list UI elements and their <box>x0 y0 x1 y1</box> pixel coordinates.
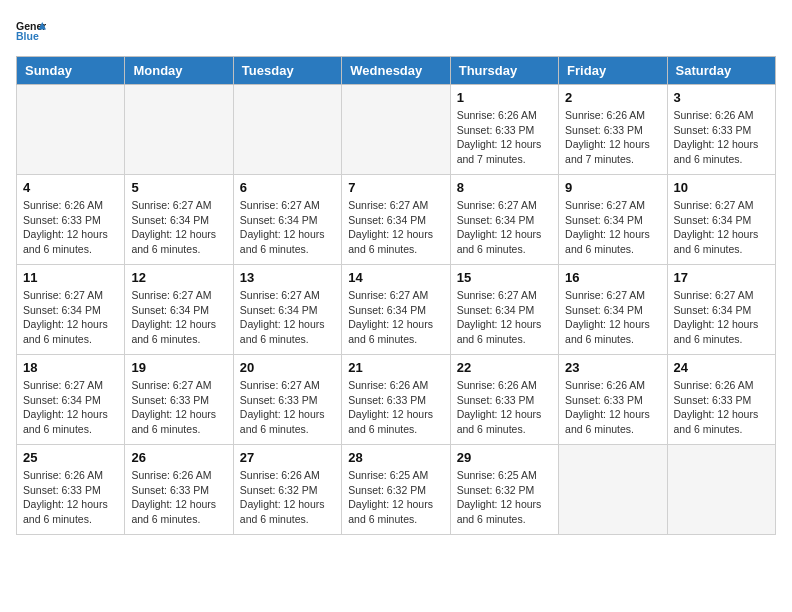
day-number: 12 <box>131 270 226 285</box>
day-number: 25 <box>23 450 118 465</box>
day-number: 18 <box>23 360 118 375</box>
day-header-sunday: Sunday <box>17 57 125 85</box>
day-number: 16 <box>565 270 660 285</box>
day-number: 27 <box>240 450 335 465</box>
day-detail: Sunrise: 6:25 AM Sunset: 6:32 PM Dayligh… <box>348 468 443 527</box>
day-number: 10 <box>674 180 769 195</box>
day-detail: Sunrise: 6:27 AM Sunset: 6:34 PM Dayligh… <box>131 288 226 347</box>
page-header: General Blue <box>16 16 776 46</box>
day-number: 4 <box>23 180 118 195</box>
calendar-table: SundayMondayTuesdayWednesdayThursdayFrid… <box>16 56 776 535</box>
day-header-tuesday: Tuesday <box>233 57 341 85</box>
day-number: 9 <box>565 180 660 195</box>
calendar-cell: 15Sunrise: 6:27 AM Sunset: 6:34 PM Dayli… <box>450 265 558 355</box>
calendar-cell: 1Sunrise: 6:26 AM Sunset: 6:33 PM Daylig… <box>450 85 558 175</box>
calendar-cell <box>125 85 233 175</box>
calendar-cell: 27Sunrise: 6:26 AM Sunset: 6:32 PM Dayli… <box>233 445 341 535</box>
day-header-wednesday: Wednesday <box>342 57 450 85</box>
day-detail: Sunrise: 6:27 AM Sunset: 6:34 PM Dayligh… <box>457 198 552 257</box>
calendar-cell: 18Sunrise: 6:27 AM Sunset: 6:34 PM Dayli… <box>17 355 125 445</box>
day-number: 17 <box>674 270 769 285</box>
day-detail: Sunrise: 6:27 AM Sunset: 6:34 PM Dayligh… <box>565 288 660 347</box>
calendar-cell: 8Sunrise: 6:27 AM Sunset: 6:34 PM Daylig… <box>450 175 558 265</box>
day-number: 11 <box>23 270 118 285</box>
calendar-cell <box>342 85 450 175</box>
calendar-cell: 25Sunrise: 6:26 AM Sunset: 6:33 PM Dayli… <box>17 445 125 535</box>
svg-text:Blue: Blue <box>16 30 39 42</box>
day-number: 1 <box>457 90 552 105</box>
calendar-cell: 28Sunrise: 6:25 AM Sunset: 6:32 PM Dayli… <box>342 445 450 535</box>
day-number: 19 <box>131 360 226 375</box>
day-detail: Sunrise: 6:27 AM Sunset: 6:34 PM Dayligh… <box>240 288 335 347</box>
day-detail: Sunrise: 6:26 AM Sunset: 6:33 PM Dayligh… <box>565 378 660 437</box>
day-number: 21 <box>348 360 443 375</box>
day-detail: Sunrise: 6:27 AM Sunset: 6:34 PM Dayligh… <box>457 288 552 347</box>
day-detail: Sunrise: 6:26 AM Sunset: 6:33 PM Dayligh… <box>457 108 552 167</box>
day-detail: Sunrise: 6:26 AM Sunset: 6:33 PM Dayligh… <box>23 468 118 527</box>
calendar-header-row: SundayMondayTuesdayWednesdayThursdayFrid… <box>17 57 776 85</box>
day-header-monday: Monday <box>125 57 233 85</box>
day-number: 8 <box>457 180 552 195</box>
calendar-cell: 2Sunrise: 6:26 AM Sunset: 6:33 PM Daylig… <box>559 85 667 175</box>
calendar-cell: 17Sunrise: 6:27 AM Sunset: 6:34 PM Dayli… <box>667 265 775 355</box>
calendar-cell <box>233 85 341 175</box>
calendar-cell: 29Sunrise: 6:25 AM Sunset: 6:32 PM Dayli… <box>450 445 558 535</box>
day-header-saturday: Saturday <box>667 57 775 85</box>
day-detail: Sunrise: 6:27 AM Sunset: 6:34 PM Dayligh… <box>348 288 443 347</box>
calendar-week-3: 11Sunrise: 6:27 AM Sunset: 6:34 PM Dayli… <box>17 265 776 355</box>
calendar-cell: 16Sunrise: 6:27 AM Sunset: 6:34 PM Dayli… <box>559 265 667 355</box>
day-detail: Sunrise: 6:26 AM Sunset: 6:33 PM Dayligh… <box>131 468 226 527</box>
calendar-cell: 3Sunrise: 6:26 AM Sunset: 6:33 PM Daylig… <box>667 85 775 175</box>
calendar-cell: 4Sunrise: 6:26 AM Sunset: 6:33 PM Daylig… <box>17 175 125 265</box>
day-detail: Sunrise: 6:27 AM Sunset: 6:34 PM Dayligh… <box>348 198 443 257</box>
calendar-cell: 24Sunrise: 6:26 AM Sunset: 6:33 PM Dayli… <box>667 355 775 445</box>
day-detail: Sunrise: 6:26 AM Sunset: 6:33 PM Dayligh… <box>674 108 769 167</box>
day-detail: Sunrise: 6:26 AM Sunset: 6:32 PM Dayligh… <box>240 468 335 527</box>
calendar-cell <box>559 445 667 535</box>
day-detail: Sunrise: 6:25 AM Sunset: 6:32 PM Dayligh… <box>457 468 552 527</box>
day-detail: Sunrise: 6:26 AM Sunset: 6:33 PM Dayligh… <box>674 378 769 437</box>
calendar-cell: 7Sunrise: 6:27 AM Sunset: 6:34 PM Daylig… <box>342 175 450 265</box>
day-detail: Sunrise: 6:27 AM Sunset: 6:34 PM Dayligh… <box>565 198 660 257</box>
calendar-week-2: 4Sunrise: 6:26 AM Sunset: 6:33 PM Daylig… <box>17 175 776 265</box>
day-detail: Sunrise: 6:27 AM Sunset: 6:33 PM Dayligh… <box>240 378 335 437</box>
calendar-week-1: 1Sunrise: 6:26 AM Sunset: 6:33 PM Daylig… <box>17 85 776 175</box>
logo-icon: General Blue <box>16 16 46 46</box>
day-number: 13 <box>240 270 335 285</box>
calendar-cell: 13Sunrise: 6:27 AM Sunset: 6:34 PM Dayli… <box>233 265 341 355</box>
day-detail: Sunrise: 6:27 AM Sunset: 6:34 PM Dayligh… <box>674 198 769 257</box>
day-header-friday: Friday <box>559 57 667 85</box>
day-number: 20 <box>240 360 335 375</box>
calendar-cell: 21Sunrise: 6:26 AM Sunset: 6:33 PM Dayli… <box>342 355 450 445</box>
day-number: 29 <box>457 450 552 465</box>
day-detail: Sunrise: 6:26 AM Sunset: 6:33 PM Dayligh… <box>457 378 552 437</box>
day-detail: Sunrise: 6:26 AM Sunset: 6:33 PM Dayligh… <box>565 108 660 167</box>
calendar-cell: 26Sunrise: 6:26 AM Sunset: 6:33 PM Dayli… <box>125 445 233 535</box>
day-number: 5 <box>131 180 226 195</box>
calendar-cell: 23Sunrise: 6:26 AM Sunset: 6:33 PM Dayli… <box>559 355 667 445</box>
day-number: 22 <box>457 360 552 375</box>
calendar-week-5: 25Sunrise: 6:26 AM Sunset: 6:33 PM Dayli… <box>17 445 776 535</box>
day-detail: Sunrise: 6:26 AM Sunset: 6:33 PM Dayligh… <box>348 378 443 437</box>
calendar-cell: 6Sunrise: 6:27 AM Sunset: 6:34 PM Daylig… <box>233 175 341 265</box>
day-number: 2 <box>565 90 660 105</box>
day-number: 23 <box>565 360 660 375</box>
day-number: 24 <box>674 360 769 375</box>
day-header-thursday: Thursday <box>450 57 558 85</box>
day-number: 3 <box>674 90 769 105</box>
logo: General Blue <box>16 16 46 46</box>
calendar-cell: 20Sunrise: 6:27 AM Sunset: 6:33 PM Dayli… <box>233 355 341 445</box>
calendar-cell: 9Sunrise: 6:27 AM Sunset: 6:34 PM Daylig… <box>559 175 667 265</box>
day-number: 6 <box>240 180 335 195</box>
day-detail: Sunrise: 6:27 AM Sunset: 6:33 PM Dayligh… <box>131 378 226 437</box>
calendar-cell: 10Sunrise: 6:27 AM Sunset: 6:34 PM Dayli… <box>667 175 775 265</box>
day-number: 7 <box>348 180 443 195</box>
calendar-cell <box>17 85 125 175</box>
calendar-week-4: 18Sunrise: 6:27 AM Sunset: 6:34 PM Dayli… <box>17 355 776 445</box>
day-number: 28 <box>348 450 443 465</box>
day-number: 15 <box>457 270 552 285</box>
day-detail: Sunrise: 6:27 AM Sunset: 6:34 PM Dayligh… <box>131 198 226 257</box>
day-detail: Sunrise: 6:27 AM Sunset: 6:34 PM Dayligh… <box>674 288 769 347</box>
calendar-cell: 12Sunrise: 6:27 AM Sunset: 6:34 PM Dayli… <box>125 265 233 355</box>
day-number: 26 <box>131 450 226 465</box>
